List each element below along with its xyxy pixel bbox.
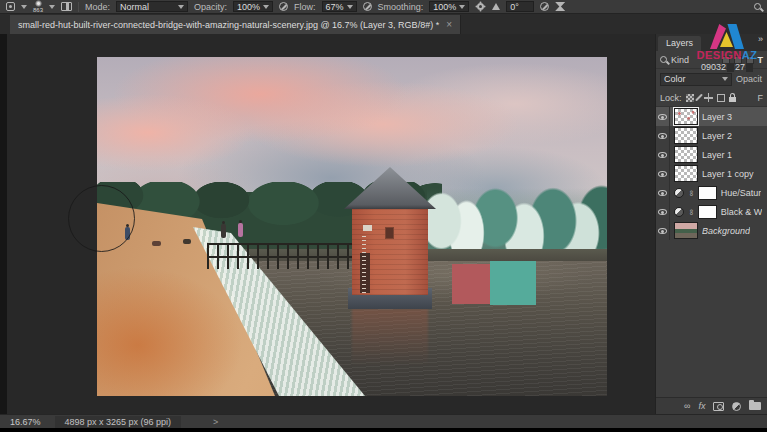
opacity-value: 100% bbox=[237, 2, 260, 12]
zoom-level[interactable]: 16.67% bbox=[10, 417, 41, 427]
pressure-size-icon[interactable] bbox=[540, 2, 549, 11]
visibility-eye-well[interactable] bbox=[656, 202, 670, 221]
chevron-down-icon bbox=[178, 5, 184, 9]
blend-mode-value: Color bbox=[664, 74, 686, 84]
canvas-hut-window bbox=[385, 227, 394, 239]
lock-pixels-icon[interactable] bbox=[695, 94, 703, 102]
document-title: small-red-hut-built-river-connected-brid… bbox=[18, 20, 439, 30]
visibility-eye-well[interactable] bbox=[656, 164, 670, 183]
new-group-icon[interactable] bbox=[749, 402, 761, 410]
layer-row-hue-saturation[interactable]: ∞ Hue/Satur bbox=[656, 183, 767, 202]
opacity-field[interactable]: 100% bbox=[233, 1, 273, 12]
canvas-dog bbox=[152, 241, 161, 246]
layer-row-background[interactable]: Background bbox=[656, 221, 767, 240]
eye-icon bbox=[658, 133, 667, 139]
visibility-eye-well[interactable] bbox=[656, 107, 670, 126]
status-options-chevron-icon[interactable]: > bbox=[213, 417, 218, 427]
layer-list: Layer 3 Layer 2 Layer 1 Layer 1 copy bbox=[656, 107, 767, 240]
photoshop-window: 863 Mode: Normal Opacity: 100% Flow: 67%… bbox=[0, 0, 767, 432]
layer-row-layer-2[interactable]: Layer 2 bbox=[656, 126, 767, 145]
layer-row-black-white[interactable]: ∞ Black & W bbox=[656, 202, 767, 221]
chevron-down-icon bbox=[459, 5, 465, 9]
adjustment-layer-icon[interactable] bbox=[674, 207, 684, 217]
smoothing-field[interactable]: 100% bbox=[429, 1, 469, 12]
layer-thumbnail[interactable] bbox=[674, 222, 698, 239]
layer-row-layer-1-copy[interactable]: Layer 1 copy bbox=[656, 164, 767, 183]
eye-icon bbox=[658, 171, 667, 177]
airbrush-icon[interactable] bbox=[363, 2, 372, 11]
lock-all-icon[interactable] bbox=[729, 97, 736, 102]
eye-icon bbox=[658, 152, 667, 158]
layer-name: Black & W bbox=[721, 207, 763, 217]
panel-collapse-icon[interactable]: » bbox=[758, 34, 763, 44]
adjustment-layer-icon[interactable] bbox=[674, 188, 684, 198]
lock-artboard-icon[interactable] bbox=[717, 94, 725, 102]
fill-label: F bbox=[758, 93, 764, 103]
canvas-hut-sign bbox=[363, 225, 372, 231]
layer-thumbnail[interactable] bbox=[674, 108, 698, 125]
brush-preset-picker[interactable]: 863 bbox=[33, 0, 43, 13]
layer-row-layer-3[interactable]: Layer 3 bbox=[656, 107, 767, 126]
smoothing-options-gear-icon[interactable] bbox=[477, 3, 484, 10]
chevron-down-icon bbox=[722, 77, 728, 81]
lock-position-icon[interactable] bbox=[704, 93, 713, 102]
type-filter-icon[interactable]: T bbox=[758, 55, 764, 65]
kind-filter[interactable]: Kind bbox=[671, 55, 689, 65]
canvas-person bbox=[221, 224, 226, 238]
layer-thumbnail[interactable] bbox=[674, 127, 698, 144]
blend-mode-select[interactable]: Color bbox=[660, 73, 732, 86]
visibility-eye-well[interactable] bbox=[656, 126, 670, 145]
opacity-label: Opacit bbox=[736, 74, 762, 84]
layer-name: Layer 3 bbox=[702, 112, 732, 122]
blend-mode-row: Color Opacit bbox=[656, 69, 767, 89]
tool-preset-icon[interactable] bbox=[6, 2, 15, 11]
layer-thumbnail[interactable] bbox=[674, 146, 698, 163]
layer-thumbnail[interactable] bbox=[674, 165, 698, 182]
lock-row: Lock: F bbox=[656, 89, 767, 107]
options-bar: 863 Mode: Normal Opacity: 100% Flow: 67%… bbox=[0, 0, 767, 14]
brush-size-value: 863 bbox=[33, 7, 43, 13]
mode-select[interactable]: Normal bbox=[116, 1, 188, 12]
layer-style-fx-icon[interactable]: fx bbox=[698, 401, 705, 411]
layer-filter-row: Kind T bbox=[656, 51, 767, 69]
new-adjustment-layer-icon[interactable] bbox=[732, 402, 741, 411]
close-icon[interactable]: × bbox=[446, 20, 452, 30]
tab-layers[interactable]: Layers bbox=[658, 36, 701, 51]
shape-filter-icon[interactable] bbox=[746, 56, 754, 64]
canvas-color-swatch-teal bbox=[490, 261, 536, 305]
document-info[interactable]: 4898 px x 3265 px (96 ppi) bbox=[55, 416, 182, 428]
chevron-down-icon[interactable] bbox=[21, 5, 27, 9]
brush-angle-field[interactable]: 0° bbox=[506, 1, 534, 12]
layer-name: Layer 1 bbox=[702, 150, 732, 160]
chevron-down-icon[interactable] bbox=[49, 5, 55, 9]
visibility-eye-well[interactable] bbox=[656, 183, 670, 202]
canvas-hut-reflection bbox=[352, 309, 428, 364]
canvas-pasteboard bbox=[0, 34, 655, 414]
layer-name: Layer 1 copy bbox=[702, 169, 754, 179]
mode-value: Normal bbox=[120, 2, 149, 12]
left-edge-strip bbox=[0, 34, 7, 414]
brush-settings-panel-icon[interactable] bbox=[61, 2, 72, 11]
bottom-black-strip bbox=[0, 428, 767, 432]
lock-label: Lock: bbox=[660, 93, 682, 103]
flow-value: 67% bbox=[326, 2, 344, 12]
pressure-opacity-icon[interactable] bbox=[279, 2, 288, 11]
link-layers-icon[interactable]: ∞ bbox=[684, 401, 690, 411]
visibility-eye-well[interactable] bbox=[656, 145, 670, 164]
lock-transparency-icon[interactable] bbox=[686, 94, 694, 102]
visibility-eye-well[interactable] bbox=[656, 221, 670, 240]
add-mask-icon[interactable] bbox=[713, 402, 724, 411]
layer-name: Layer 2 bbox=[702, 131, 732, 141]
layer-row-layer-1[interactable]: Layer 1 bbox=[656, 145, 767, 164]
main-area: Layers » Kind T Color Opacit Lo bbox=[0, 34, 767, 414]
symmetry-icon[interactable] bbox=[555, 2, 565, 11]
document-tab[interactable]: small-red-hut-built-river-connected-brid… bbox=[10, 15, 461, 34]
canvas-image[interactable] bbox=[97, 57, 607, 396]
layer-mask-thumbnail[interactable] bbox=[698, 205, 717, 219]
pixel-filter-icon[interactable] bbox=[722, 56, 730, 64]
layers-panel: Layers » Kind T Color Opacit Lo bbox=[655, 34, 767, 414]
layer-mask-thumbnail[interactable] bbox=[698, 186, 717, 200]
adjustment-filter-icon[interactable] bbox=[734, 56, 742, 64]
search-icon[interactable] bbox=[754, 3, 761, 10]
flow-field[interactable]: 67% bbox=[322, 1, 357, 12]
